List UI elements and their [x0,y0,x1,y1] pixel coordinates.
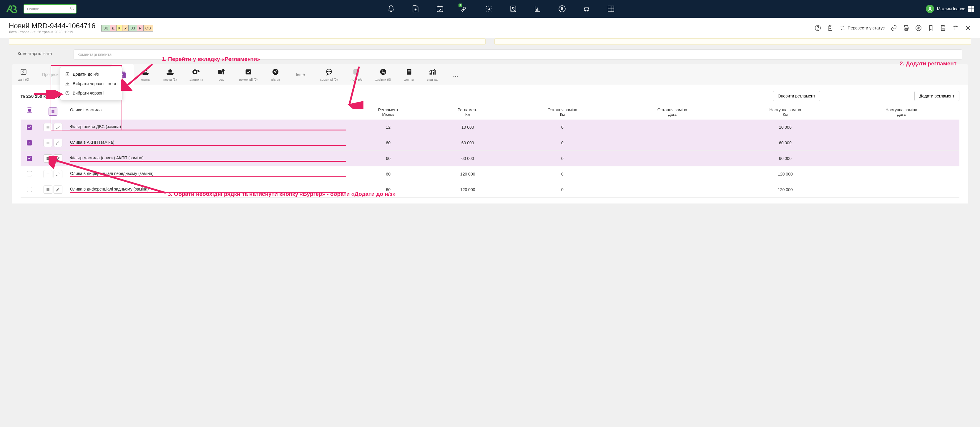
row-menu-button[interactable] [43,123,52,131]
docs-icon [404,68,414,76]
cell-next-date [843,151,960,166]
svg-rect-80 [433,72,434,75]
search-box [24,4,76,14]
add-reglament-button[interactable]: Додати регламент [914,91,959,101]
cell-next-km: 120 000 [727,182,843,198]
diagnostics-icon [192,68,201,76]
cell-last-date [617,182,727,198]
row-edit-button[interactable] [54,139,62,147]
row-edit-button[interactable] [54,170,62,178]
tab-recom[interactable]: реком-ції (0) [232,64,264,85]
tab-comments[interactable]: комен-рі (0) [314,64,344,85]
burger-item-red[interactable]: Вибрати червоні [60,88,122,98]
status-tag[interactable]: К [116,25,123,31]
cell-next-km: 60 000 [727,151,843,166]
comment-label: Коментарі клієнта [18,49,68,56]
gear-icon[interactable] [485,5,493,13]
row-menu-button[interactable] [43,154,52,163]
file-plus-icon[interactable] [411,5,420,13]
row-checkbox[interactable] [27,140,32,145]
burger-item-add[interactable]: Додати до н/з [60,70,122,79]
status-tag[interactable]: ЗЗ [129,25,137,31]
close-icon[interactable] [965,25,971,31]
tab-overview[interactable]: огляд [134,64,157,85]
user-block[interactable]: Максим Іванов [926,5,974,13]
status-tag[interactable]: У [123,25,129,31]
recom-icon [244,68,253,76]
svg-rect-75 [407,70,410,71]
avatar [926,5,934,13]
cell-next-date [843,135,960,151]
row-edit-button[interactable] [54,185,62,194]
contacts-icon[interactable] [509,5,517,13]
cell-next-km: 120 000 [727,166,843,182]
table-row: Олива в диференціалі задньому (заміна)60… [21,182,959,198]
cell-last-date [617,151,727,166]
calendar-check-icon[interactable] [436,5,444,13]
tasks-icon [19,68,28,76]
burger-item-red-yellow[interactable]: Вибрати червоні і жовті [60,79,122,88]
cell-reg-km: 10 000 [428,119,508,135]
bookmark-icon[interactable] [928,25,934,31]
status-tag[interactable]: ОВ [144,25,153,31]
burger-button[interactable] [49,107,57,116]
apps-icon[interactable] [968,6,974,12]
logo[interactable] [6,5,18,13]
help-icon[interactable] [815,25,821,31]
tab-tasks[interactable]: дачі (0) [12,64,36,85]
svg-point-68 [327,71,328,72]
status-tag[interactable]: Д [110,25,116,31]
cell-reg-km: 120 000 [428,166,508,182]
checkbox-all[interactable] [27,107,32,113]
cell-reg-month: 60 [348,135,428,151]
row-menu-button[interactable] [43,170,52,178]
tab-calls[interactable]: дзвінки (0) [369,64,397,85]
link-icon[interactable] [891,25,897,31]
status-tags: ЗКДКУЗЗРОВ [101,25,153,32]
user-name: Максим Іванов [937,6,965,11]
tab-posts[interactable]: пости (1) [157,64,183,85]
row-checkbox[interactable] [27,156,32,161]
dollar-icon[interactable] [558,5,566,13]
grid-icon[interactable] [607,5,615,13]
svg-point-23 [929,7,931,9]
dollar-circle-icon[interactable] [915,25,922,31]
tab-feedback[interactable]: відгук [264,64,287,85]
svg-rect-59 [168,70,172,72]
tab-workshop[interactable]: цех [210,64,232,85]
save-icon[interactable] [940,25,947,31]
status-tag[interactable]: Р [137,25,144,31]
row-checkbox[interactable] [27,124,32,130]
print-icon[interactable] [903,25,909,31]
car-icon[interactable] [582,5,591,13]
trash-icon[interactable] [952,25,959,31]
wrench-icon[interactable]: 2 [460,5,469,13]
chart-icon[interactable] [533,5,542,13]
update-reglament-button[interactable]: Оновити регламент [773,91,821,101]
tab-docs[interactable]: док-ти [398,64,420,85]
status-transfer[interactable]: Перевести у статус [839,25,885,31]
tab-more[interactable]: ... [444,64,467,85]
tab-diagnostics[interactable]: діагно-ка [183,64,210,85]
tab-stats[interactable]: стат-ка [420,64,444,85]
row-menu-button[interactable] [43,139,52,147]
row-edit-button[interactable] [54,154,62,163]
row-edit-button[interactable] [54,123,62,131]
search-input[interactable] [24,4,76,14]
bell-icon[interactable] [387,5,395,13]
page-subtitle: Дата Створення: 26 травня 2023, 12:19 [9,30,95,34]
comment-input[interactable]: Коментарі клієнта [73,49,963,59]
cell-reg-km: 60 000 [428,135,508,151]
svg-rect-65 [245,70,251,75]
row-checkbox[interactable] [27,171,32,177]
status-tag[interactable]: ЗК [102,25,110,31]
svg-rect-32 [942,25,944,27]
row-checkbox[interactable] [27,187,32,192]
cell-last-date [617,119,727,135]
header-actions: Перевести у статус [815,25,971,31]
item-name: Фільтр оливи ДВС (заміна) [70,124,346,131]
clipboard-check-icon[interactable] [827,25,834,31]
svg-rect-79 [431,71,432,75]
th-last-km: Остання замінаКм [508,105,617,119]
row-menu-button[interactable] [43,185,52,194]
